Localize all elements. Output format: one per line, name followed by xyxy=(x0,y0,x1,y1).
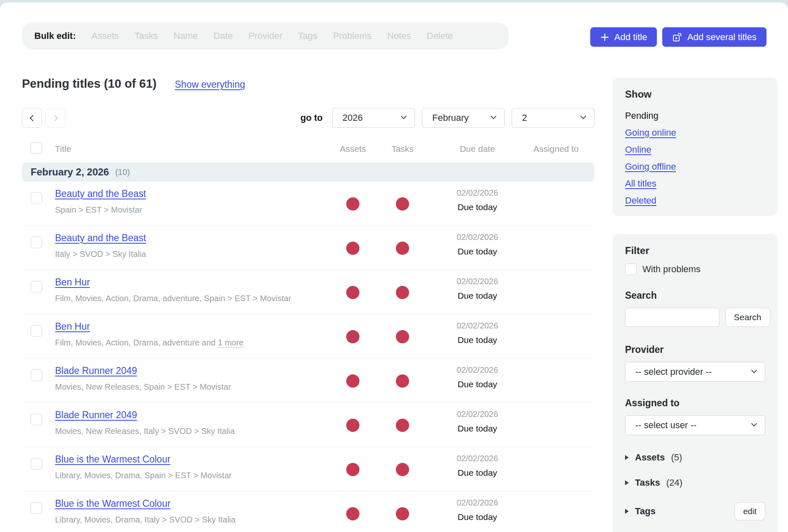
with-problems-checkbox[interactable] xyxy=(625,264,637,275)
filter-panel-title: Filter xyxy=(625,245,765,256)
assets-status-dot[interactable] xyxy=(346,374,359,388)
title-link[interactable]: Blue is the Warmest Colour xyxy=(55,454,170,465)
bulk-edit-bar: Bulk edit: AssetsTasksNameDateProviderTa… xyxy=(22,22,509,50)
show-list: Pending xyxy=(625,107,765,124)
more-tags-link[interactable]: 1 more xyxy=(218,338,244,348)
row-checkbox[interactable] xyxy=(31,369,42,381)
title-link[interactable]: Blade Runner 2049 xyxy=(55,365,137,376)
bulk-edit-action[interactable]: Tasks xyxy=(134,31,158,41)
section-label: Assets xyxy=(635,452,665,463)
collapsible-section[interactable]: Assets (5) xyxy=(625,452,765,463)
search-button[interactable]: Search xyxy=(725,308,770,327)
year-select[interactable]: 2026 xyxy=(332,108,415,128)
tasks-status-dot[interactable] xyxy=(396,197,409,211)
title-subtitle: Movies, New Releases, Italy > SVOD > Sky… xyxy=(55,427,235,436)
table-row: Blade Runner 2049 Movies, New Releases, … xyxy=(22,403,594,447)
title-link[interactable]: Blade Runner 2049 xyxy=(55,410,137,421)
tasks-status-dot[interactable] xyxy=(396,242,409,255)
tasks-status-dot[interactable] xyxy=(396,463,409,476)
row-checkbox[interactable] xyxy=(31,237,42,248)
due-date-value: 02/02/2026 xyxy=(436,498,519,508)
title-link[interactable]: Blue is the Warmest Colour xyxy=(55,498,170,509)
tasks-status-dot[interactable] xyxy=(396,374,409,388)
due-date-value: 02/02/2026 xyxy=(436,232,519,242)
heading-row: Pending titles (10 of 61) Show everythin… xyxy=(22,77,245,91)
bulk-edit-action[interactable]: Provider xyxy=(249,31,283,41)
assets-status-dot[interactable] xyxy=(346,463,359,476)
show-filter-pending-current: Pending xyxy=(625,110,659,121)
show-everything-link[interactable]: Show everything xyxy=(175,79,245,90)
group-date: February 2, 2026 xyxy=(31,166,109,178)
show-filter-link[interactable]: Online xyxy=(625,144,651,155)
row-checkbox[interactable] xyxy=(31,458,42,470)
select-all-checkbox[interactable] xyxy=(31,142,42,154)
bulk-edit-action[interactable]: Notes xyxy=(387,31,411,41)
row-checkbox[interactable] xyxy=(31,502,42,514)
with-problems-row: With problems xyxy=(625,264,765,275)
date-group-header: February 2, 2026 (10) xyxy=(22,163,594,182)
assets-status-dot[interactable] xyxy=(346,419,359,432)
bulk-edit-action[interactable]: Date xyxy=(213,31,232,41)
add-several-titles-button[interactable]: Add several titles xyxy=(662,27,766,47)
title-subtitle: Library, Movies, Drama, Italy > SVOD > S… xyxy=(55,515,235,525)
assets-status-dot[interactable] xyxy=(346,507,359,520)
title-link[interactable]: Beauty and the Beast xyxy=(55,188,146,199)
show-filter-link[interactable]: Deleted xyxy=(625,195,656,206)
assets-status-dot[interactable] xyxy=(346,197,359,211)
row-checkbox[interactable] xyxy=(31,325,42,337)
bulk-edit-action[interactable]: Problems xyxy=(333,31,371,41)
chevron-down-icon xyxy=(401,113,407,119)
next-page-button[interactable] xyxy=(46,108,65,128)
row-checkbox[interactable] xyxy=(31,281,42,292)
collapsible-section[interactable]: Tasks (24) xyxy=(625,477,765,489)
next-chevron-icon xyxy=(51,115,58,121)
bulk-edit-action[interactable]: Delete xyxy=(427,31,453,41)
tasks-status-dot[interactable] xyxy=(396,419,409,432)
due-status: Due today xyxy=(436,335,519,345)
tasks-status-dot[interactable] xyxy=(396,330,409,343)
header-buttons: Add title Add several titles xyxy=(590,27,766,47)
assigned-to-select[interactable]: -- select user -- xyxy=(625,415,765,435)
assets-status-dot[interactable] xyxy=(346,330,359,343)
chevron-down-icon xyxy=(491,113,496,119)
show-filter-link[interactable]: Going offline xyxy=(625,161,676,172)
month-select[interactable]: February xyxy=(422,108,505,128)
chevron-down-icon xyxy=(751,367,757,373)
bulk-edit-action[interactable]: Assets xyxy=(91,31,119,41)
title-link[interactable]: Ben Hur xyxy=(55,321,90,332)
show-panel: Show Pending Going onlineOnlineGoing off… xyxy=(613,78,778,216)
titles-table: Title Assets Tasks Due date Assigned to … xyxy=(22,139,594,532)
row-checkbox[interactable] xyxy=(31,414,42,425)
show-filter-link[interactable]: Going online xyxy=(625,127,676,138)
provider-select[interactable]: -- select provider -- xyxy=(625,362,765,382)
search-input[interactable] xyxy=(625,308,719,327)
provider-label: Provider xyxy=(625,344,765,355)
assets-status-dot[interactable] xyxy=(346,286,359,299)
assets-status-dot[interactable] xyxy=(346,242,359,255)
show-filter-link[interactable]: All titles xyxy=(625,178,656,189)
due-status: Due today xyxy=(436,291,519,301)
bulk-edit-action[interactable]: Tags xyxy=(298,31,317,41)
title-subtitle: Movies, New Releases, Spain > EST > Movi… xyxy=(55,382,231,392)
edit-tags-button[interactable]: edit xyxy=(735,502,765,520)
due-date-cell: 02/02/2026 Due today xyxy=(436,182,519,212)
table-row: Blue is the Warmest Colour Library, Movi… xyxy=(22,447,594,491)
table-header: Title Assets Tasks Due date Assigned to xyxy=(22,139,594,160)
collapsible-section[interactable]: Tags edit xyxy=(625,502,765,520)
title-subtitle: Italy > SVOD > Sky Italia xyxy=(55,249,146,259)
day-select[interactable]: 2 xyxy=(512,108,594,128)
due-date-cell: 02/02/2026 Due today xyxy=(436,226,519,256)
title-link[interactable]: Beauty and the Beast xyxy=(55,232,146,244)
with-problems-label: With problems xyxy=(642,264,701,275)
add-title-button[interactable]: Add title xyxy=(590,27,657,47)
tasks-status-dot[interactable] xyxy=(396,507,409,520)
title-link[interactable]: Ben Hur xyxy=(55,277,90,288)
tasks-status-dot[interactable] xyxy=(396,286,409,299)
column-title: Title xyxy=(55,144,71,154)
bulk-edit-action[interactable]: Name xyxy=(174,31,198,41)
due-date-value: 02/02/2026 xyxy=(436,454,519,463)
prev-page-button[interactable] xyxy=(22,108,42,128)
row-checkbox[interactable] xyxy=(31,192,42,204)
table-row: Blade Runner 2049 Movies, New Releases, … xyxy=(22,359,594,403)
due-date-cell: 02/02/2026 Due today xyxy=(436,314,519,345)
